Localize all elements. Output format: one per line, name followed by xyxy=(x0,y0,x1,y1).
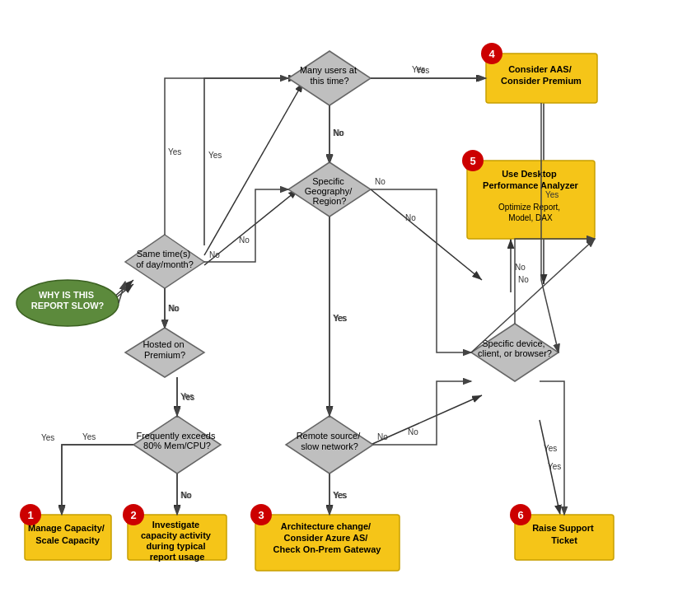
d6-no-label: No xyxy=(408,427,418,436)
d4-yes-label: Yes xyxy=(181,393,194,402)
d2-no-label: No xyxy=(334,128,344,138)
flowchart-container: Yes No No Yes No No Yes Yes Yes Yes No Y… xyxy=(0,0,673,616)
d7-text: Specific device, client, or browser? xyxy=(478,338,552,358)
d2-yes-label: Yes xyxy=(412,65,425,74)
d1-no2-label: No xyxy=(169,304,180,313)
b6-badge-text: 6 xyxy=(517,509,523,521)
svg-line-3 xyxy=(204,82,303,255)
d1-no-label: No xyxy=(239,236,250,245)
d7-no-label: No xyxy=(515,263,526,272)
d3-yes-label: Yes xyxy=(334,314,347,323)
d6-yes-label: Yes xyxy=(334,491,347,500)
d5-text: Frequently exceeds 80% Mem/CPU? xyxy=(136,431,217,450)
b3-text: Architecture change/ Consider Azure AS/ … xyxy=(273,521,382,554)
d3-no-label: No xyxy=(405,213,416,222)
b1-badge-text: 1 xyxy=(27,509,33,521)
d5-no-label: No xyxy=(181,491,192,500)
b3-badge-text: 3 xyxy=(258,509,264,521)
b5-badge-text: 5 xyxy=(470,155,475,167)
d5-yes-label: Yes xyxy=(41,433,54,442)
start-text: WHY IS THIS REPORT SLOW? xyxy=(31,290,105,310)
d6-text: Remote source/ slow network? xyxy=(297,431,363,451)
flowchart-svg: Yes No No Yes No No Yes Yes Yes Yes No Y… xyxy=(0,0,673,616)
b2-badge-text: 2 xyxy=(130,509,136,521)
d1-yes-label: Yes xyxy=(208,151,222,160)
d1-text: Same time(s) of day/month? xyxy=(136,249,194,269)
b4-badge-text: 4 xyxy=(488,48,495,60)
d4-text: Hosted on Premium? xyxy=(143,339,186,360)
d7-yes-label: Yes xyxy=(548,462,561,471)
